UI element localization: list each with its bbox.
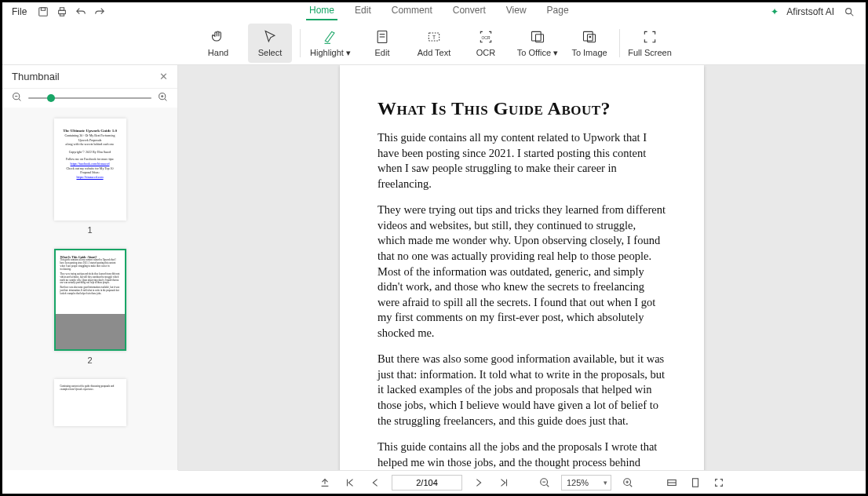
thumbnail-panel: Thumbnail ✕ The Ultimate Upwork Guide 1.… (2, 65, 178, 470)
thumb-page-number: 1 (87, 225, 92, 235)
svg-rect-2 (59, 10, 66, 13)
thumb-zoom-slider[interactable] (28, 97, 151, 99)
zoom-select[interactable]: 125% (561, 475, 611, 491)
toolbar: Hand Select Highlight ▾ Edit T Add Text … (2, 21, 866, 65)
svg-point-18 (589, 36, 591, 38)
edit-icon (374, 28, 390, 46)
svg-line-32 (547, 484, 549, 487)
tab-page[interactable]: Page (544, 3, 572, 20)
toimage-tool[interactable]: To Image (567, 24, 611, 63)
paragraph: But there was also some good information… (377, 352, 666, 429)
search-icon[interactable] (842, 5, 856, 19)
thumbnail-item-3[interactable]: Continuing content of the guide discussi… (46, 379, 134, 426)
thumbnail-zoom (2, 89, 177, 108)
hand-icon (210, 28, 226, 46)
addtext-icon: T (426, 28, 442, 46)
edit-tool[interactable]: Edit (360, 24, 404, 63)
svg-text:T: T (432, 35, 436, 40)
menubar-left: File (7, 5, 107, 19)
prev-section-icon[interactable] (341, 474, 359, 491)
highlight-label: Highlight ▾ (310, 48, 351, 58)
page-heading: What Is This Guide About? (377, 98, 666, 119)
pdf-page: What Is This Guide About? This guide con… (340, 65, 704, 470)
first-page-icon[interactable] (316, 474, 334, 491)
next-page-icon[interactable] (470, 474, 487, 491)
fullscreen-label: Full Screen (628, 48, 672, 57)
svg-rect-39 (693, 478, 698, 487)
undo-icon[interactable] (74, 5, 88, 19)
tab-comment[interactable]: Comment (388, 3, 436, 20)
thumbnail-title: Thumbnail (12, 71, 60, 82)
ocr-label: OCR (476, 48, 495, 57)
page-number-input[interactable] (392, 475, 462, 491)
select-label: Select (258, 48, 283, 57)
svg-rect-1 (42, 8, 46, 11)
redo-icon[interactable] (93, 5, 107, 19)
save-icon[interactable] (36, 5, 50, 19)
highlight-icon (323, 28, 338, 46)
close-icon[interactable]: ✕ (159, 71, 168, 82)
paragraph: This guide contains all the jobs and the… (377, 439, 666, 470)
status-bar: 125% (178, 470, 866, 494)
svg-line-21 (19, 99, 20, 100)
next-section-icon[interactable] (495, 474, 512, 491)
svg-line-36 (630, 484, 633, 487)
zoom-in-btn[interactable] (619, 474, 636, 491)
paragraph: This guide contains all my content relat… (377, 130, 666, 191)
fit-page-icon[interactable] (687, 474, 704, 491)
menu-bar: File Home Edit Comment Convert View Page… (2, 2, 866, 21)
thumbnail-list: The Ultimate Upwork Guide 1.0 Containing… (2, 108, 177, 470)
tab-edit[interactable]: Edit (352, 3, 374, 20)
tooffice-icon (530, 28, 545, 46)
thumb-page-number: 2 (87, 356, 92, 365)
fullscreen-tool[interactable]: Full Screen (628, 24, 672, 63)
toimage-label: To Image (571, 48, 607, 57)
hand-label: Hand (208, 48, 228, 57)
print-icon[interactable] (55, 5, 69, 19)
thumbnail-item-1[interactable]: The Ultimate Upwork Guide 1.0 Containing… (46, 119, 134, 235)
file-menu[interactable]: File (7, 5, 31, 19)
prev-page-icon[interactable] (367, 474, 384, 491)
zoom-out-btn[interactable] (536, 474, 553, 491)
menubar-right: ✦ Afirstsoft AI (771, 5, 856, 19)
actual-size-icon[interactable] (710, 474, 728, 491)
zoom-out-icon[interactable] (12, 91, 22, 105)
highlight-tool[interactable]: Highlight ▾ (308, 24, 352, 63)
document-area[interactable]: What Is This Guide About? This guide con… (178, 65, 866, 470)
tab-home[interactable]: Home (306, 3, 337, 20)
edit-label: Edit (375, 48, 390, 57)
select-tool[interactable]: Select (248, 24, 292, 63)
zoom-in-icon[interactable] (158, 91, 168, 105)
svg-line-25 (165, 99, 166, 100)
cursor-icon (262, 28, 278, 46)
svg-line-6 (851, 13, 854, 16)
svg-text:OCR: OCR (481, 35, 491, 40)
ocr-tool[interactable]: OCR OCR (464, 24, 508, 63)
fit-width-icon[interactable] (663, 474, 680, 491)
ocr-icon: OCR (478, 28, 494, 46)
svg-rect-4 (60, 14, 64, 16)
sparkle-icon: ✦ (771, 6, 779, 17)
svg-rect-14 (532, 31, 542, 41)
fullscreen-icon (642, 28, 658, 46)
addtext-tool[interactable]: T Add Text (412, 24, 456, 63)
thumbnail-item-2[interactable]: What Is This Guide About? This guide con… (46, 249, 134, 365)
tooffice-tool[interactable]: To Office ▾ (516, 24, 560, 63)
toimage-icon (582, 28, 597, 46)
tooffice-label: To Office ▾ (517, 48, 558, 58)
svg-rect-16 (584, 31, 593, 41)
svg-point-5 (846, 9, 852, 14)
thumbnail-header: Thumbnail ✕ (2, 65, 177, 89)
workspace: Thumbnail ✕ The Ultimate Upwork Guide 1.… (2, 65, 866, 470)
svg-rect-3 (60, 8, 64, 11)
tab-view[interactable]: View (503, 3, 530, 20)
ribbon-tabs: Home Edit Comment Convert View Page (107, 3, 771, 20)
svg-rect-0 (39, 8, 48, 16)
ai-button[interactable]: Afirstsoft AI (786, 6, 834, 17)
paragraph: They were trying out tips and tricks the… (377, 202, 666, 341)
hand-tool[interactable]: Hand (196, 24, 240, 63)
addtext-label: Add Text (418, 48, 451, 57)
tab-convert[interactable]: Convert (450, 3, 489, 20)
